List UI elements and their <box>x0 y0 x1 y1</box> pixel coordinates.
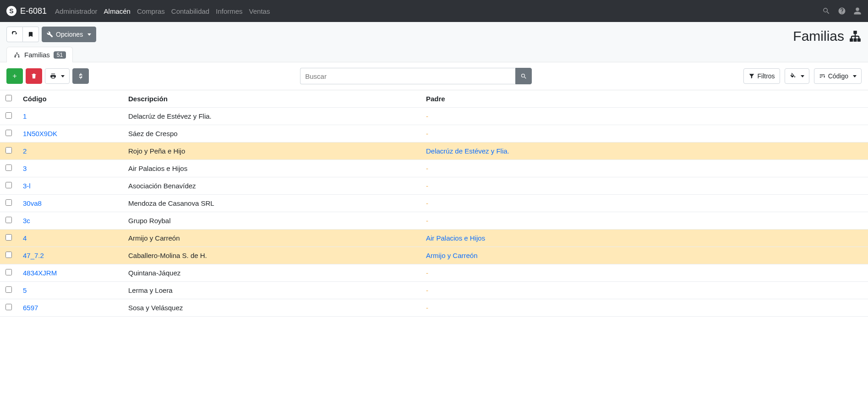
parent-link[interactable]: Delacrúz de Estévez y Flia. <box>426 147 509 155</box>
filter-icon <box>748 73 755 79</box>
table-row[interactable]: 4834XJRMQuintana-Jáquez- <box>0 264 868 282</box>
caret-down-icon <box>853 75 857 77</box>
parent-cell: - <box>420 195 868 212</box>
print-button[interactable] <box>45 68 70 84</box>
row-checkbox[interactable] <box>5 217 12 223</box>
nav-link[interactable]: Ventas <box>249 7 270 15</box>
select-all-checkbox[interactable] <box>5 95 12 101</box>
code-link[interactable]: 4 <box>23 234 27 242</box>
desc-cell: Asociación Benavídez <box>123 177 420 195</box>
table-row[interactable]: 6597Sosa y Velásquez- <box>0 299 868 317</box>
row-checkbox[interactable] <box>5 130 12 136</box>
col-header-parent[interactable]: Padre <box>420 90 868 108</box>
table-row[interactable]: 4Armijo y CarreónAir Palacios e Hijos <box>0 230 868 247</box>
table-row[interactable]: 47_7.2Caballero-Molina S. de H.Armijo y … <box>0 247 868 264</box>
sort-button[interactable]: Código <box>814 68 862 84</box>
row-checkbox[interactable] <box>5 182 12 188</box>
svg-rect-1 <box>850 39 852 42</box>
refresh-button[interactable] <box>6 27 23 42</box>
delete-button[interactable] <box>26 68 42 84</box>
data-table: Código Descripción Padre 1Delacrúz de Es… <box>0 90 868 317</box>
row-checkbox[interactable] <box>5 112 12 119</box>
desc-cell: Mendoza de Casanova SRL <box>123 195 420 212</box>
fill-icon <box>790 73 796 79</box>
row-checkbox[interactable] <box>5 199 12 206</box>
parent-cell: - <box>420 125 868 143</box>
code-link[interactable]: 5 <box>23 286 27 294</box>
caret-down-icon <box>61 75 65 77</box>
caret-down-icon <box>801 75 804 77</box>
search-button[interactable] <box>515 68 532 84</box>
sort-label: Código <box>828 72 848 80</box>
desc-cell: Armijo y Carreón <box>123 230 420 247</box>
parent-empty: - <box>426 269 428 277</box>
logo-icon: S <box>6 6 16 16</box>
search-input[interactable] <box>300 68 515 84</box>
tab-count-badge: 51 <box>54 51 66 59</box>
row-checkbox[interactable] <box>5 234 12 241</box>
parent-cell: - <box>420 177 868 195</box>
options-button[interactable]: Opciones <box>42 27 96 42</box>
currency-button[interactable] <box>72 68 89 84</box>
table-row[interactable]: 1N50X9DKSáez de Crespo- <box>0 125 868 143</box>
tab-familias[interactable]: Familias 51 <box>6 47 73 62</box>
parent-link[interactable]: Armijo y Carreón <box>426 252 478 259</box>
brand[interactable]: S E-6081 <box>6 6 47 16</box>
table-row[interactable]: 1Delacrúz de Estévez y Flia.- <box>0 108 868 125</box>
table-row[interactable]: 3-lAsociación Benavídez- <box>0 177 868 195</box>
add-button[interactable] <box>6 68 23 84</box>
table-row[interactable]: 3cGrupo Roybal- <box>0 212 868 230</box>
row-checkbox[interactable] <box>5 147 12 154</box>
code-link[interactable]: 6597 <box>23 304 38 312</box>
filters-button[interactable]: Filtros <box>743 68 780 84</box>
options-label: Opciones <box>56 31 83 38</box>
nav-link[interactable]: Contabilidad <box>171 7 209 15</box>
parent-empty: - <box>426 286 428 294</box>
parent-cell: - <box>420 212 868 230</box>
parent-link[interactable]: Air Palacios e Hijos <box>426 234 485 242</box>
nav-link[interactable]: Almacén <box>104 7 131 15</box>
desc-cell: Grupo Roybal <box>123 212 420 230</box>
code-link[interactable]: 3-l <box>23 182 31 190</box>
parent-empty: - <box>426 112 428 120</box>
desc-cell: Quintana-Jáquez <box>123 264 420 282</box>
parent-empty: - <box>426 165 428 172</box>
parent-cell: - <box>420 160 868 177</box>
code-link[interactable]: 30va8 <box>23 199 42 207</box>
svg-rect-0 <box>854 31 857 33</box>
search-icon[interactable] <box>822 7 830 15</box>
col-header-desc[interactable]: Descripción <box>123 90 420 108</box>
table-row[interactable]: 2Rojo y Peña e HijoDelacrúz de Estévez y… <box>0 143 868 160</box>
user-icon[interactable] <box>853 7 862 15</box>
paint-button[interactable] <box>785 68 809 84</box>
desc-cell: Air Palacios e Hijos <box>123 160 420 177</box>
bookmark-button[interactable] <box>23 27 39 42</box>
help-icon[interactable] <box>838 7 846 15</box>
table-row[interactable]: 30va8Mendoza de Casanova SRL- <box>0 195 868 212</box>
table-row[interactable]: 5Lerma y Loera- <box>0 282 868 299</box>
code-link[interactable]: 2 <box>23 147 27 155</box>
code-link[interactable]: 1N50X9DK <box>23 130 57 137</box>
col-header-code[interactable]: Código <box>17 90 123 108</box>
row-checkbox[interactable] <box>5 304 12 310</box>
row-checkbox[interactable] <box>5 269 12 275</box>
nav-link[interactable]: Compras <box>137 7 165 15</box>
code-link[interactable]: 47_7.2 <box>23 252 44 259</box>
page-title-text: Familias <box>793 28 844 44</box>
sitemap-icon <box>13 51 21 59</box>
table-row[interactable]: 3Air Palacios e Hijos- <box>0 160 868 177</box>
nav-link[interactable]: Informes <box>216 7 242 15</box>
row-checkbox[interactable] <box>5 165 12 171</box>
code-link[interactable]: 3 <box>23 165 27 172</box>
parent-cell: - <box>420 108 868 125</box>
code-link[interactable]: 4834XJRM <box>23 269 57 277</box>
parent-empty: - <box>426 304 428 312</box>
row-checkbox[interactable] <box>5 252 12 258</box>
parent-empty: - <box>426 130 428 137</box>
parent-cell: - <box>420 264 868 282</box>
nav-link[interactable]: Administrador <box>55 7 98 15</box>
code-link[interactable]: 3c <box>23 217 30 225</box>
brand-text: E-6081 <box>20 6 47 16</box>
code-link[interactable]: 1 <box>23 112 27 120</box>
row-checkbox[interactable] <box>5 286 12 293</box>
